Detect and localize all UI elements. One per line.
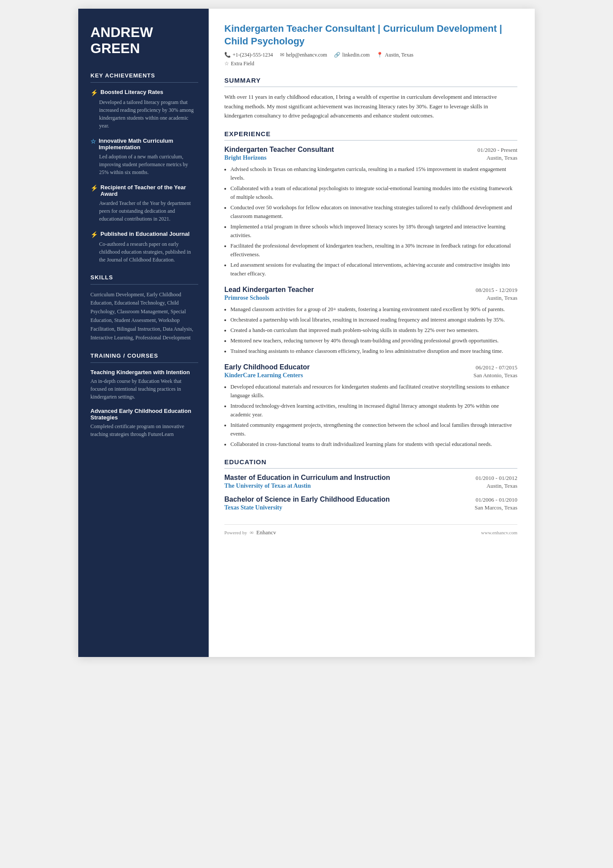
star-icon-2: ☆ [90, 138, 96, 145]
edu-1-sub: The University of Texas at Austin Austin… [224, 483, 517, 489]
training-divider [90, 362, 198, 363]
achievement-desc-1: Developed a tailored literacy program th… [99, 98, 198, 130]
brand-name: Enhancv [257, 529, 276, 536]
location-contact: 📍 Austin, Texas [376, 52, 413, 58]
footer-website: www.enhancv.com [481, 530, 518, 535]
job-2-header: Lead Kindergarten Teacher 08/2015 - 12/2… [224, 286, 517, 294]
experience-section-title: EXPERIENCE [224, 130, 517, 137]
bullet-item: Conducted over 50 workshops for fellow e… [230, 203, 517, 221]
bullet-item: Created a hands-on curriculum that impro… [230, 326, 517, 335]
phone-contact: 📞 +1-(234)-555-1234 [224, 52, 273, 58]
main-content: Kindergarten Teacher Consultant | Curric… [209, 9, 535, 657]
edu-1-header: Master of Education in Curriculum and In… [224, 474, 517, 482]
job-2-title: Lead Kindergarten Teacher [224, 286, 314, 294]
brand-logo: ∞ [250, 529, 253, 536]
achievement-title-1: ⚡ Boosted Literacy Rates [90, 89, 198, 96]
training-title-1: Teaching Kindergarten with Intention [90, 369, 198, 375]
training-item-2: Advanced Early Childhood Education Strat… [90, 408, 198, 438]
extra-field-contact: ☆ Extra Field [224, 60, 254, 67]
professional-title: Kindergarten Teacher Consultant | Curric… [224, 23, 517, 47]
job-3-sub: KinderCare Learning Centers San Antonio,… [224, 372, 517, 379]
training-section-title: TRAINING / COURSES [90, 352, 198, 359]
skills-divider [90, 284, 198, 285]
bullet-item: Collaborated with a team of educational … [230, 184, 517, 201]
achievements-section-title: KEY ACHIEVEMENTS [90, 72, 198, 79]
skills-section-title: SKILLS [90, 274, 198, 281]
sidebar: ANDREWGREEN KEY ACHIEVEMENTS ⚡ Boosted L… [78, 9, 209, 657]
job-1-title: Kindergarten Teacher Consultant [224, 146, 334, 154]
edu-2-location: San Marcos, Texas [475, 504, 517, 511]
job-3-header: Early Childhood Educator 06/2012 - 07/20… [224, 363, 517, 371]
bullet-item: Advised schools in Texas on enhancing ki… [230, 165, 517, 182]
training-title-2: Advanced Early Childhood Education Strat… [90, 408, 198, 421]
job-3-location: San Antonio, Texas [473, 372, 517, 379]
edu-2-dates: 01/2006 - 01/2010 [476, 496, 517, 503]
bullet-item: Orchestrated a partnership with local li… [230, 315, 517, 324]
location-icon: 📍 [376, 52, 383, 58]
edu-2-sub: Texas State University San Marcos, Texas [224, 504, 517, 511]
training-desc-1: An in-depth course by Education Week tha… [90, 377, 198, 401]
job-3-dates: 06/2012 - 07/2015 [476, 364, 517, 371]
edu-1-school: The University of Texas at Austin [224, 483, 311, 489]
achievement-title-2: ☆ Innovative Math Curriculum Implementat… [90, 137, 198, 151]
job-3-bullets: Developed educational materials and reso… [230, 382, 517, 449]
bolt-icon-1: ⚡ [90, 89, 98, 96]
bullet-item: Facilitated the professional development… [230, 241, 517, 259]
linkedin-contact: 🔗 linkedin.com [334, 52, 370, 58]
job-1-bullets: Advised schools in Texas on enhancing ki… [230, 165, 517, 278]
education-divider [224, 468, 517, 469]
job-1-dates: 01/2020 - Present [477, 147, 517, 154]
job-3-title: Early Childhood Educator [224, 363, 310, 371]
footer-left: Powered by ∞ Enhancv [224, 529, 276, 536]
resume-container: ANDREWGREEN KEY ACHIEVEMENTS ⚡ Boosted L… [78, 9, 535, 657]
email-contact: ✉ help@enhancv.com [280, 52, 327, 58]
bullet-item: Developed educational materials and reso… [230, 382, 517, 400]
bolt-icon-3: ⚡ [90, 184, 98, 191]
main-footer: Powered by ∞ Enhancv www.enhancv.com [224, 524, 517, 536]
linkedin-text: linkedin.com [342, 52, 370, 58]
summary-section-title: SUMMARY [224, 77, 517, 84]
edu-1-dates: 01/2010 - 01/2012 [476, 475, 517, 482]
achievement-title-3: ⚡ Recipient of Teacher of the Year Award [90, 184, 198, 197]
phone-icon: 📞 [224, 52, 231, 58]
linkedin-icon: 🔗 [334, 52, 340, 58]
achievement-item-1: ⚡ Boosted Literacy Rates Developed a tai… [90, 89, 198, 130]
bullet-item: Collaborated in cross-functional teams t… [230, 440, 517, 449]
achievement-desc-4: Co-authored a research paper on early ch… [99, 240, 198, 264]
edu-2-degree: Bachelor of Science in Early Childhood E… [224, 496, 390, 503]
bullet-item: Implemented a trial program in three sch… [230, 222, 517, 240]
education-section-title: EDUCATION [224, 458, 517, 466]
contact-row: 📞 +1-(234)-555-1234 ✉ help@enhancv.com 🔗… [224, 52, 517, 58]
job-2-company: Primrose Schools [224, 295, 270, 302]
training-item-1: Teaching Kindergarten with Intention An … [90, 369, 198, 401]
edu-1-degree: Master of Education in Curriculum and In… [224, 474, 390, 482]
edu-2-school: Texas State University [224, 504, 282, 511]
candidate-name: ANDREWGREEN [90, 24, 198, 57]
summary-text: With over 11 years in early childhood ed… [224, 92, 517, 120]
job-2-dates: 08/2015 - 12/2019 [476, 287, 517, 294]
job-3-company: KinderCare Learning Centers [224, 372, 303, 379]
email-text: help@enhancv.com [286, 52, 327, 58]
bullet-item: Trained teaching assistants to enhance c… [230, 347, 517, 355]
job-1-sub: Bright Horizons Austin, Texas [224, 154, 517, 161]
edu-1-location: Austin, Texas [486, 483, 517, 489]
extra-contact-row: ☆ Extra Field [224, 60, 517, 67]
experience-divider [224, 140, 517, 141]
achievement-item-4: ⚡ Published in Educational Journal Co-au… [90, 231, 198, 264]
bullet-item: Initiated community engagement projects,… [230, 421, 517, 438]
bullet-item: Mentored new teachers, reducing turnover… [230, 336, 517, 345]
bullet-item: Managed classroom activities for a group… [230, 305, 517, 314]
achievement-desc-2: Led adoption of a new math curriculum, i… [99, 153, 198, 176]
bullet-item: Led assessment sessions for evaluating t… [230, 261, 517, 278]
job-1-header: Kindergarten Teacher Consultant 01/2020 … [224, 146, 517, 154]
phone-text: +1-(234)-555-1234 [233, 52, 273, 58]
achievement-item-3: ⚡ Recipient of Teacher of the Year Award… [90, 184, 198, 223]
bolt-icon-4: ⚡ [90, 231, 98, 238]
email-icon: ✉ [280, 52, 284, 58]
achievement-desc-3: Awarded Teacher of the Year by departmen… [99, 199, 198, 223]
job-1-company: Bright Horizons [224, 154, 267, 161]
job-2-location: Austin, Texas [486, 295, 517, 302]
job-2-sub: Primrose Schools Austin, Texas [224, 295, 517, 302]
job-2-bullets: Managed classroom activities for a group… [230, 305, 517, 355]
achievement-item-2: ☆ Innovative Math Curriculum Implementat… [90, 137, 198, 176]
